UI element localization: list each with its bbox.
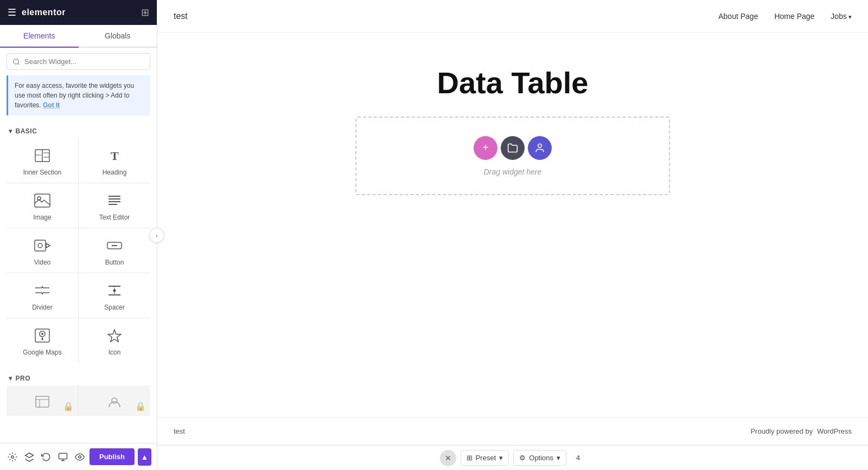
got-it-link[interactable]: Got It — [43, 101, 60, 109]
image-label: Image — [33, 214, 51, 221]
video-icon — [34, 237, 51, 254]
sidebar-tabs: Elements Globals — [0, 25, 157, 48]
footer-powered: Proudly powered by WordPress — [750, 427, 852, 435]
options-label: Options — [529, 454, 553, 462]
svg-point-41 — [538, 144, 542, 147]
tab-globals[interactable]: Globals — [79, 25, 157, 48]
svg-marker-23 — [41, 293, 43, 295]
svg-text:T: T — [111, 149, 119, 163]
widget-google-maps[interactable]: Google Maps — [7, 318, 78, 363]
info-box: For easy access, favorite the widgets yo… — [7, 75, 150, 115]
drag-text: Drag widget here — [484, 168, 542, 176]
svg-rect-8 — [35, 194, 50, 207]
drop-zone-buttons: + — [474, 136, 552, 160]
heading-label: Heading — [103, 169, 127, 176]
visibility-icon-btn[interactable] — [73, 448, 86, 466]
preset-chevron: ▾ — [499, 454, 503, 462]
search-input-wrapper — [7, 53, 150, 70]
publish-button[interactable]: Publish — [90, 448, 135, 465]
divider-label: Divider — [32, 304, 52, 311]
history-icon-btn[interactable] — [39, 448, 53, 466]
page-title: Data Table — [437, 65, 588, 100]
svg-point-35 — [11, 455, 14, 458]
spacer-label: Spacer — [104, 304, 125, 311]
chevron-up-button[interactable]: ▲ — [138, 448, 151, 466]
widget-pro-1[interactable]: 🔒 — [7, 385, 78, 416]
widget-video[interactable]: Video — [7, 228, 78, 273]
preset-icon: ⊞ — [467, 454, 473, 462]
svg-marker-28 — [113, 291, 116, 293]
spacer-icon — [106, 282, 123, 299]
nav-home[interactable]: Home Page — [774, 12, 814, 21]
hamburger-icon[interactable]: ☰ — [8, 7, 16, 18]
layers-icon-btn[interactable] — [22, 448, 36, 466]
svg-point-15 — [38, 243, 42, 248]
widget-text-editor[interactable]: Text Editor — [79, 183, 150, 228]
divider-icon — [34, 282, 51, 299]
svg-line-1 — [18, 63, 20, 65]
svg-point-30 — [41, 333, 43, 335]
settings-icon-btn[interactable] — [5, 448, 19, 466]
nav-jobs[interactable]: Jobs — [831, 12, 852, 21]
widget-image[interactable]: Image — [7, 183, 78, 228]
svg-point-0 — [14, 59, 18, 63]
icon-label: Icon — [108, 349, 121, 356]
search-input[interactable] — [24, 57, 144, 66]
widget-spacer[interactable]: Spacer — [79, 273, 150, 318]
site-logo: test — [174, 11, 188, 21]
responsive-icon-btn[interactable] — [56, 448, 69, 466]
toolbar-close-button[interactable]: ✕ — [440, 450, 456, 466]
svg-rect-14 — [35, 240, 46, 251]
wordpress-link[interactable]: WordPress — [817, 427, 852, 435]
section-label-basic: Basic — [0, 121, 157, 138]
sidebar-collapse-arrow[interactable]: ‹ — [149, 228, 164, 243]
image-icon — [34, 192, 51, 209]
options-gear-icon: ⚙ — [519, 454, 526, 462]
button-icon — [106, 237, 123, 254]
toolbar-options-button[interactable]: ⚙ Options ▾ — [513, 450, 566, 466]
sidebar-header-left: ☰ elementor — [8, 7, 66, 18]
widgets-grid-basic: Inner Section T Heading Image — [7, 138, 150, 363]
folder-button[interactable] — [501, 136, 525, 160]
svg-point-34 — [112, 398, 117, 403]
svg-marker-20 — [41, 286, 43, 288]
widget-inner-section[interactable]: Inner Section — [7, 138, 78, 183]
toolbar-preset-button[interactable]: ⊞ Preset ▾ — [461, 450, 509, 466]
page-number: 4 — [571, 450, 585, 465]
widget-button[interactable]: Button — [79, 228, 150, 273]
text-editor-icon — [106, 192, 123, 209]
search-icon — [12, 58, 20, 66]
sidebar-search — [0, 48, 157, 75]
inner-section-label: Inner Section — [23, 169, 62, 176]
page-content: Data Table + Drag widget here — [157, 33, 868, 417]
grid-icon[interactable]: ⊞ — [141, 7, 149, 18]
drop-zone: + Drag widget here — [355, 117, 670, 195]
text-editor-label: Text Editor — [99, 214, 130, 221]
heading-icon: T — [106, 147, 123, 164]
widget-divider[interactable]: Divider — [7, 273, 78, 318]
button-label: Button — [105, 259, 124, 266]
widgets-area: Basic Inner Section T Heading — [0, 121, 157, 443]
add-widget-button[interactable]: + — [474, 136, 497, 160]
inner-section-icon — [34, 147, 51, 164]
preset-label: Preset — [476, 454, 496, 462]
widget-pro-2[interactable]: 🔒 — [79, 385, 150, 416]
sidebar-header: ☰ elementor ⊞ — [0, 0, 157, 25]
svg-marker-27 — [113, 288, 116, 291]
nav-about[interactable]: About Page — [718, 12, 758, 21]
widget-heading[interactable]: T Heading — [79, 138, 150, 183]
icon-widget-icon — [106, 327, 123, 344]
person-button[interactable] — [528, 136, 552, 160]
video-label: Video — [34, 259, 50, 266]
canvas-area: test About Page Home Page Jobs Data Tabl… — [157, 0, 868, 470]
elementor-logo: elementor — [22, 8, 66, 17]
sidebar: ☰ elementor ⊞ Elements Globals For easy … — [0, 0, 157, 470]
bottom-toolbar: ✕ ⊞ Preset ▾ ⚙ Options ▾ 4 — [157, 445, 868, 470]
widget-icon[interactable]: Icon — [79, 318, 150, 363]
footer-logo: test — [174, 427, 185, 435]
widgets-grid-pro: 🔒 🔒 — [7, 385, 150, 416]
sidebar-bottom: Publish ▲ — [0, 443, 157, 470]
info-text: For easy access, favorite the widgets yo… — [15, 82, 134, 109]
tab-elements[interactable]: Elements — [0, 25, 79, 48]
svg-point-40 — [78, 455, 81, 458]
